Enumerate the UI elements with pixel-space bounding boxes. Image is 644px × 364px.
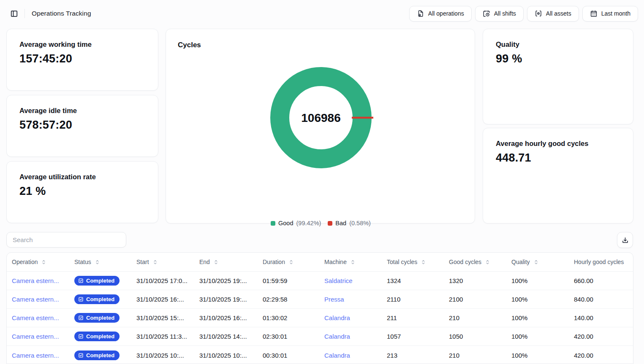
machine-link[interactable]: Saldatrice xyxy=(324,277,353,284)
filter-label: All assets xyxy=(546,10,571,17)
start-cell: 31/10/2025 10:... xyxy=(131,346,194,364)
kpi-value: 448.71 xyxy=(496,151,620,164)
hourly-good-cycles-cell: 420.00 xyxy=(569,346,633,364)
sort-icon[interactable] xyxy=(421,259,426,265)
cycles-chart-card: Cycles 106986 Good (99.42%) Bad (0.58%) xyxy=(166,29,475,224)
table-row: Camera estern... Completed 31/10/2025 10… xyxy=(7,346,633,364)
calendar-clock-icon xyxy=(483,10,490,17)
good-cycles-cell: 2100 xyxy=(444,290,506,308)
column-header-machine[interactable]: Machine xyxy=(319,253,382,271)
calendar-icon xyxy=(590,10,598,17)
legend-item-good[interactable]: Good (99.42%) xyxy=(271,220,321,226)
filter-label: All shifts xyxy=(494,10,516,17)
good-cycles-cell: 1320 xyxy=(444,272,506,290)
top-bar: Operations Tracking All operations xyxy=(0,0,644,27)
column-header-status[interactable]: Status xyxy=(69,253,131,271)
avg-working-time-card: Average working time 157:45:20 xyxy=(6,29,158,91)
filter-label: Last month xyxy=(601,10,630,17)
donut-svg: 106986 xyxy=(266,63,376,173)
export-download-button[interactable] xyxy=(617,232,633,248)
operation-link[interactable]: Camera estern... xyxy=(12,296,59,303)
hourly-good-cycles-cell: 140.00 xyxy=(569,309,633,327)
all-operations-filter-button[interactable]: All operations xyxy=(409,6,472,22)
panel-left-icon xyxy=(10,10,18,18)
status-badge: Completed xyxy=(74,294,120,304)
legend-item-bad[interactable]: Bad (0.58%) xyxy=(328,220,371,226)
sort-icon[interactable] xyxy=(533,259,539,265)
column-header-end[interactable]: End xyxy=(194,253,258,271)
legend-percent: (99.42%) xyxy=(296,220,321,226)
table-header-row: Operation Status Start End Duration Mach… xyxy=(7,253,633,272)
kpi-title: Average hourly good cycles xyxy=(496,140,620,148)
table-row: Camera estern... Completed 31/10/2025 15… xyxy=(7,309,633,327)
sort-icon[interactable] xyxy=(41,259,46,265)
all-shifts-filter-button[interactable]: All shifts xyxy=(475,6,524,22)
kpi-value: 578:57:20 xyxy=(19,119,145,132)
column-header-good-cycles[interactable]: Good cycles xyxy=(444,253,506,271)
start-cell: 31/10/2025 17:0... xyxy=(131,272,194,290)
duration-cell: 01:59:59 xyxy=(258,272,319,290)
avg-idle-time-card: Average idle time 578:57:20 xyxy=(6,95,158,157)
filter-bar: All operations All shifts All as xyxy=(409,6,638,22)
all-assets-filter-button[interactable]: All assets xyxy=(527,6,579,22)
operation-link[interactable]: Camera estern... xyxy=(12,314,59,321)
search-input[interactable] xyxy=(6,232,126,248)
column-header-quality[interactable]: Quality xyxy=(506,253,569,271)
total-cycles-cell: 211 xyxy=(382,309,444,327)
sort-icon[interactable] xyxy=(152,259,158,265)
status-badge: Completed xyxy=(74,351,120,360)
sort-icon[interactable] xyxy=(288,259,294,265)
operations-file-icon xyxy=(417,10,424,17)
check-square-icon xyxy=(78,315,84,321)
good-cycles-cell: 210 xyxy=(444,309,506,327)
legend-percent: (0.58%) xyxy=(349,220,371,226)
header-divider xyxy=(24,9,25,18)
machine-link[interactable]: Calandra xyxy=(324,314,350,321)
total-cycles-cell: 1057 xyxy=(382,327,444,345)
operation-link[interactable]: Camera estern... xyxy=(12,333,59,340)
avg-utilization-rate-card: Average utilization rate 21 % xyxy=(6,161,158,223)
avg-hourly-good-cycles-card: Average hourly good cycles 448.71 xyxy=(483,128,633,224)
cycles-donut-chart: 106986 xyxy=(166,63,476,173)
total-cycles-cell: 1324 xyxy=(382,272,444,290)
hourly-good-cycles-cell: 420.00 xyxy=(569,327,633,345)
quality-cell: 100% xyxy=(506,290,569,308)
page-title: Operations Tracking xyxy=(32,10,91,17)
check-square-icon xyxy=(78,353,84,358)
table-row: Camera estern... Completed 31/10/2025 16… xyxy=(7,290,633,309)
operation-link[interactable]: Camera estern... xyxy=(12,352,59,359)
assets-gear-icon xyxy=(535,10,542,17)
legend-label: Bad xyxy=(335,220,346,226)
sort-icon[interactable] xyxy=(213,259,219,265)
operations-tracking-page: Operations Tracking All operations xyxy=(0,0,644,364)
donut-total-label: 106986 xyxy=(301,111,340,124)
start-cell: 31/10/2025 15:... xyxy=(131,309,194,327)
sort-icon[interactable] xyxy=(485,259,490,265)
end-cell: 31/10/2025 16:... xyxy=(194,309,258,327)
sidebar-toggle-button[interactable] xyxy=(7,6,21,21)
check-square-icon xyxy=(78,297,84,302)
status-badge: Completed xyxy=(74,276,120,286)
column-header-start[interactable]: Start xyxy=(131,253,194,271)
operation-link[interactable]: Camera estern... xyxy=(12,277,59,284)
column-header-operation[interactable]: Operation xyxy=(7,253,69,271)
machine-link[interactable]: Calandra xyxy=(324,333,350,340)
filter-label: All operations xyxy=(428,10,464,17)
column-header-duration[interactable]: Duration xyxy=(258,253,319,271)
duration-cell: 02:29:58 xyxy=(258,290,319,308)
start-cell: 31/10/2025 11:3... xyxy=(131,327,194,345)
quality-cell: 100% xyxy=(506,346,569,364)
sort-icon[interactable] xyxy=(350,259,356,265)
end-cell: 31/10/2025 10:... xyxy=(194,346,258,364)
sort-icon[interactable] xyxy=(95,259,100,265)
check-square-icon xyxy=(78,334,84,339)
end-cell: 31/10/2025 19:... xyxy=(194,290,258,308)
quality-cell: 100% xyxy=(506,327,569,345)
machine-link[interactable]: Pressa xyxy=(324,296,344,303)
machine-link[interactable]: Calandra xyxy=(324,352,350,359)
chart-title: Cycles xyxy=(178,41,463,49)
status-badge: Completed xyxy=(74,332,120,341)
kpi-title: Average working time xyxy=(19,40,145,49)
last-month-filter-button[interactable]: Last month xyxy=(582,6,638,22)
column-header-total-cycles[interactable]: Total cycles xyxy=(382,253,444,271)
